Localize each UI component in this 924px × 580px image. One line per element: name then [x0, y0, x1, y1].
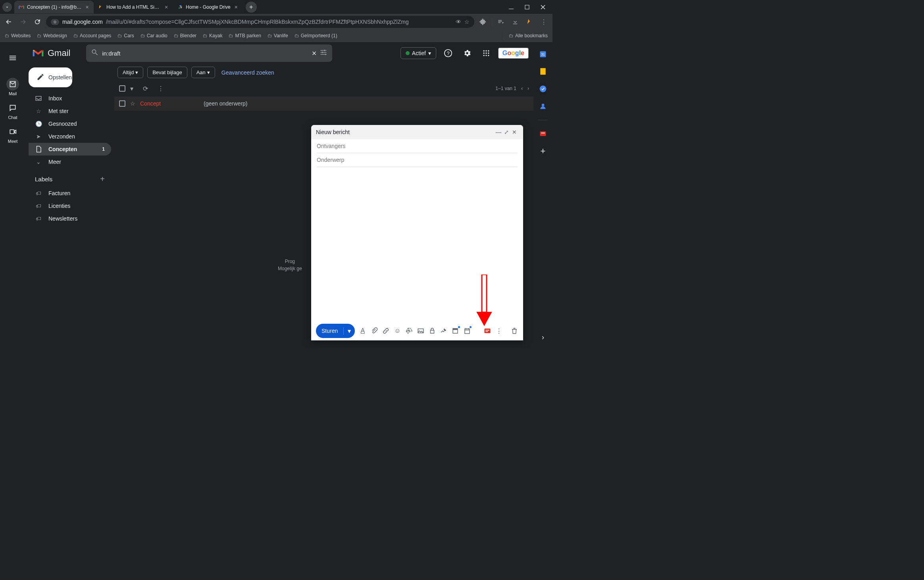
maximize-button[interactable] [524, 4, 530, 10]
sidebar-starred[interactable]: ☆Met ster [29, 105, 111, 117]
row-checkbox[interactable] [119, 100, 125, 107]
rail-chat[interactable]: Chat [5, 99, 21, 122]
apps-button[interactable] [479, 46, 493, 60]
template-icon[interactable] [452, 327, 459, 335]
filter-always[interactable]: Altijd ▾ [117, 67, 143, 78]
bookmark-folder[interactable]: 🗀Blender [174, 33, 196, 38]
bookmark-folder[interactable]: 🗀Account pages [73, 33, 111, 38]
download-icon[interactable] [510, 16, 521, 27]
collapse-panel-button[interactable]: › [539, 333, 547, 341]
sidebar-sent[interactable]: ➤Verzonden [29, 130, 111, 143]
compose-body[interactable] [311, 167, 523, 321]
sidebar-snoozed[interactable]: 🕒Gesnoozed [29, 117, 111, 130]
fullscreen-compose-button[interactable]: ⤢ [502, 128, 510, 136]
bookmark-star-icon[interactable]: ☆ [464, 19, 470, 25]
chevron-down-icon[interactable]: ▾ [130, 85, 133, 92]
sidebar-inbox[interactable]: Inbox [29, 92, 111, 105]
bookmark-folder[interactable]: 🗀Geïmporteerd (1) [295, 33, 337, 38]
compose-header[interactable]: Nieuw bericht — ⤢ ✕ [311, 125, 523, 139]
keep-addon-icon[interactable] [539, 67, 547, 75]
calendar-icon[interactable] [463, 327, 471, 335]
firebase-ext-icon[interactable] [524, 16, 535, 27]
send-options-button[interactable]: ▾ [343, 327, 355, 335]
format-icon[interactable]: A [359, 327, 366, 335]
tune-icon[interactable] [320, 48, 327, 58]
minimize-compose-button[interactable]: — [495, 128, 502, 136]
bookmark-folder[interactable]: 🗀MTB parken [229, 33, 261, 38]
close-icon[interactable]: × [164, 4, 169, 10]
link-icon[interactable] [382, 327, 390, 335]
close-compose-button[interactable]: ✕ [510, 128, 518, 136]
main-menu-button[interactable] [5, 50, 21, 66]
more-icon[interactable]: ⋮ [158, 85, 164, 92]
new-tab-button[interactable]: + [246, 2, 257, 13]
next-page-button[interactable]: › [527, 86, 529, 91]
tab-firebase[interactable]: How to Add a HTML Signature × [94, 1, 173, 13]
filter-to[interactable]: Aan ▾ [191, 67, 215, 78]
recipients-input[interactable] [317, 143, 518, 149]
sidebar-drafts[interactable]: Concepten1 [29, 143, 111, 156]
send-button[interactable]: Sturen ▾ [316, 324, 355, 338]
settings-button[interactable] [460, 46, 474, 60]
image-icon[interactable] [417, 327, 424, 335]
prev-page-button[interactable]: ‹ [521, 86, 523, 91]
filter-attachment[interactable]: Bevat bijlage [147, 67, 187, 78]
back-button[interactable] [3, 16, 14, 27]
bookmark-folder[interactable]: 🗀Websites [5, 33, 31, 38]
label-item[interactable]: 🏷Newsletters [29, 212, 111, 225]
google-account-chip[interactable]: Google [498, 48, 529, 59]
address-bar[interactable]: ⚙ mail.google.com/mail/u/0/#drafts?compo… [46, 16, 474, 28]
emoji-icon[interactable]: ☺ [394, 327, 401, 335]
sidebar-more[interactable]: ⌄Meer [29, 156, 111, 168]
label-item[interactable]: 🏷Facturen [29, 187, 111, 200]
status-chip[interactable]: Actief ▾ [400, 47, 436, 59]
search-input[interactable] [102, 50, 308, 57]
add-label-button[interactable]: + [100, 175, 105, 184]
site-info-icon[interactable]: ⚙ [51, 19, 59, 25]
close-window-button[interactable] [540, 4, 546, 10]
chrome-menu-button[interactable]: ⋮ [538, 16, 549, 27]
compose-button[interactable]: Opstellen [29, 67, 72, 87]
bookmark-folder[interactable]: 🗀Vanlife [268, 33, 288, 38]
get-addons-button[interactable]: + [539, 147, 547, 155]
extensions-button[interactable] [477, 16, 489, 27]
star-icon[interactable]: ☆ [130, 100, 135, 107]
bookmark-folder[interactable]: 🗀Cars [117, 33, 134, 38]
clear-icon[interactable]: × [312, 49, 317, 58]
more-options-button[interactable]: ⋮ [495, 327, 503, 335]
reload-button[interactable] [32, 16, 43, 27]
eye-icon[interactable]: 👁 [456, 19, 461, 25]
drive-icon[interactable] [405, 327, 413, 335]
tab-drive[interactable]: Home - Google Drive × [173, 1, 243, 13]
close-icon[interactable]: × [233, 4, 239, 10]
select-all-checkbox[interactable] [119, 85, 125, 92]
message-row[interactable]: ☆ Concept (geen onderwerp) 12:24 [114, 96, 552, 111]
subject-input[interactable] [317, 157, 518, 163]
bookmark-folder[interactable]: 🗀Webdesign [37, 33, 67, 38]
attach-icon[interactable] [370, 327, 378, 335]
contacts-addon-icon[interactable] [539, 102, 547, 110]
refresh-icon[interactable]: ⟳ [143, 85, 148, 92]
signature-ext-icon[interactable] [483, 327, 491, 335]
addon-icon[interactable] [539, 130, 547, 138]
tab-gmail[interactable]: Concepten (1) - info@biltsite.c… × [14, 1, 94, 13]
discard-draft-button[interactable] [511, 327, 518, 335]
all-bookmarks-button[interactable]: 🗀Alle bookmarks [509, 33, 548, 38]
advanced-search-link[interactable]: Geavanceerd zoeken [221, 69, 274, 76]
playlist-icon[interactable] [495, 16, 506, 27]
tasks-addon-icon[interactable] [539, 85, 547, 93]
minimize-button[interactable] [508, 4, 514, 10]
help-button[interactable]: ? [441, 46, 455, 60]
bookmark-folder[interactable]: 🗀Kayak [203, 33, 222, 38]
search-bar[interactable]: × [86, 44, 332, 62]
confidential-icon[interactable] [428, 327, 436, 335]
close-icon[interactable]: × [85, 4, 90, 10]
forward-button[interactable] [17, 16, 29, 27]
gmail-logo[interactable]: Gmail [32, 48, 70, 58]
calendar-addon-icon[interactable]: 31 [539, 50, 547, 58]
label-item[interactable]: 🏷Licenties [29, 200, 111, 212]
rail-mail[interactable]: Mail [5, 75, 21, 98]
signature-icon[interactable] [440, 327, 448, 335]
rail-meet[interactable]: Meet [5, 123, 21, 146]
tab-search-button[interactable] [2, 2, 12, 12]
